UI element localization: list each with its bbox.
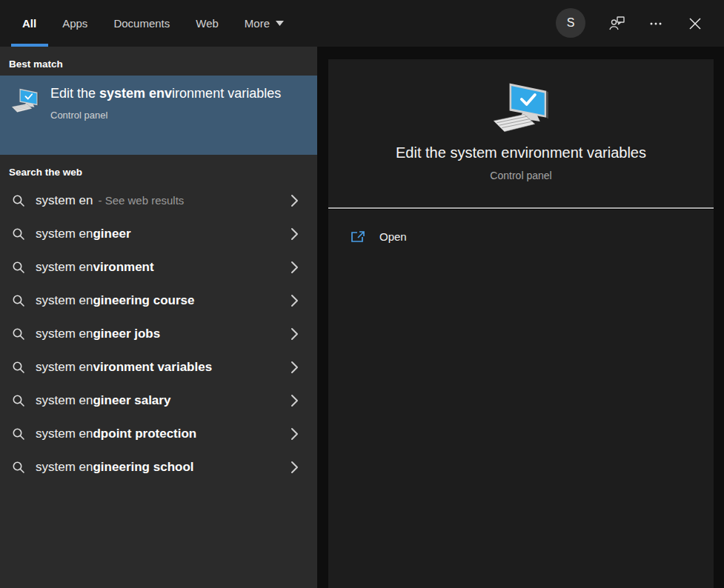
tab-all[interactable]: All [22, 0, 36, 47]
tab-all-label: All [22, 17, 36, 30]
best-match-subtitle: Control panel [50, 110, 288, 121]
search-icon [12, 194, 25, 207]
tab-more-label: More [245, 17, 270, 30]
web-suggestion-row[interactable]: system engineering school [0, 450, 317, 484]
avatar-letter: S [567, 16, 575, 30]
results-panel: Best match Edit the system environment v… [0, 47, 317, 588]
chevron-right-icon[interactable] [290, 461, 299, 474]
search-icon [12, 327, 25, 341]
best-match-text: Edit the system environment variables Co… [50, 76, 288, 155]
best-match-header: Best match [0, 47, 317, 76]
preview-subtitle: Control panel [328, 170, 714, 181]
chevron-right-icon[interactable] [290, 394, 299, 407]
tab-web-label: Web [196, 17, 219, 30]
tab-documents[interactable]: Documents [113, 0, 170, 47]
search-icon [12, 394, 25, 407]
tab-documents-label: Documents [113, 17, 170, 30]
chevron-right-icon[interactable] [290, 327, 299, 341]
web-suggestion-row[interactable]: system engineer jobs [0, 317, 317, 350]
search-icon [12, 427, 25, 441]
open-external-icon [351, 230, 365, 243]
preview-title: Edit the system environment variables [328, 144, 714, 161]
tab-apps-label: Apps [62, 17, 87, 30]
search-flyout: All Apps Documents Web More S [0, 0, 724, 588]
web-suggestion-row[interactable]: system engineering course [0, 284, 317, 317]
chevron-down-icon [276, 21, 284, 26]
web-suggestion-row[interactable]: system en- See web results [0, 184, 317, 217]
chevron-right-icon[interactable] [290, 427, 299, 441]
chevron-right-icon[interactable] [290, 261, 299, 274]
tab-more[interactable]: More [245, 0, 284, 47]
tab-web[interactable]: Web [196, 0, 219, 47]
search-icon [12, 361, 25, 374]
chevron-right-icon[interactable] [290, 227, 299, 241]
more-options-icon[interactable] [647, 15, 665, 33]
web-suggestion-row[interactable]: system environment [0, 250, 317, 284]
search-icon [12, 294, 25, 307]
open-action-label: Open [379, 230, 407, 243]
close-icon[interactable] [686, 15, 704, 33]
open-action[interactable]: Open [328, 210, 714, 243]
web-suggestion-row[interactable]: system environment variables [0, 350, 317, 384]
system-properties-icon [10, 86, 40, 116]
chevron-right-icon[interactable] [290, 361, 299, 374]
tab-apps[interactable]: Apps [62, 0, 87, 47]
filter-tabs: All Apps Documents Web More [22, 0, 284, 47]
search-icon [12, 261, 25, 274]
web-suggestion-row[interactable]: system engineer [0, 217, 317, 250]
search-icon [12, 461, 25, 474]
search-the-web-header: Search the web [0, 155, 317, 184]
search-icon [12, 227, 25, 241]
web-suggestion-row[interactable]: system engineer salary [0, 384, 317, 417]
feedback-icon[interactable] [608, 15, 626, 33]
best-match-title: Edit the system environment variables [50, 84, 288, 103]
chevron-right-icon[interactable] [290, 194, 299, 207]
system-properties-icon-large [482, 81, 559, 135]
search-filter-bar: All Apps Documents Web More S [0, 0, 724, 47]
best-match-result[interactable]: Edit the system environment variables Co… [0, 76, 317, 155]
web-suggestion-row[interactable]: system endpoint protection [0, 417, 317, 450]
user-avatar[interactable]: S [556, 8, 585, 38]
chevron-right-icon[interactable] [290, 294, 299, 307]
preview-pane: Edit the system environment variables Co… [328, 59, 714, 588]
